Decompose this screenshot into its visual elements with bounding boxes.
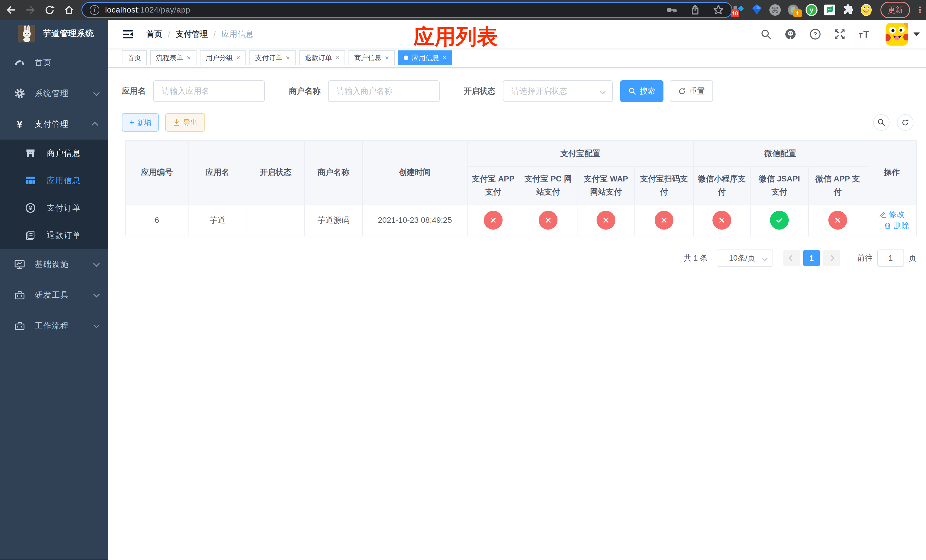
close-icon[interactable]: × xyxy=(236,54,240,61)
page-size-select[interactable]: 10条/页 xyxy=(717,250,773,266)
svg-text:y: y xyxy=(809,6,814,14)
gear-icon xyxy=(13,88,26,99)
github-icon[interactable] xyxy=(784,28,797,41)
tag-user-group[interactable]: 用户分组× xyxy=(200,50,246,65)
edit-button[interactable]: 修改 xyxy=(879,209,905,220)
browser-home-icon[interactable] xyxy=(64,5,75,15)
fail-status-icon xyxy=(713,211,731,230)
site-info-icon[interactable]: i xyxy=(90,5,99,15)
col-alipay-app: 支付宝 APP 支付 xyxy=(467,166,519,204)
col-ops: 操作 xyxy=(867,141,917,204)
status-label: 开启状态 xyxy=(464,86,495,97)
sidebar-item-workflow[interactable]: 工作流程 xyxy=(0,310,108,341)
tags-view: 首页 流程表单× 用户分组× 支付订单× 退款订单× 商户信息× 应用信息× xyxy=(108,48,926,68)
sidebar-item-app-info[interactable]: 应用信息 xyxy=(0,167,108,194)
trash-icon xyxy=(884,222,891,229)
profile-emoji-icon[interactable] xyxy=(860,3,873,17)
browser-back-icon[interactable] xyxy=(6,5,17,15)
cell-status xyxy=(247,204,304,236)
font-size-icon[interactable]: TT xyxy=(858,28,872,40)
cell-wechat-lite xyxy=(693,204,750,236)
address-bar[interactable]: i localhost:1024/pay/app xyxy=(82,2,732,18)
cell-alipay-wap xyxy=(577,204,635,236)
cell-alipay-pc xyxy=(519,204,577,236)
col-wechat-jsapi: 微信 JSAPI 支付 xyxy=(750,166,808,204)
payment-submenu: 商户信息 应用信息 ¥ 支付订单 退款订单 xyxy=(0,139,108,249)
fullscreen-icon[interactable] xyxy=(834,28,846,40)
sidebar-item-pay-orders[interactable]: ¥ 支付订单 xyxy=(0,194,108,222)
extension-command-icon[interactable]: ⌘ xyxy=(769,3,781,17)
close-icon[interactable]: × xyxy=(385,54,389,61)
export-button[interactable]: 导出 xyxy=(165,114,205,132)
tag-refund-orders[interactable]: 退款订单× xyxy=(299,50,345,65)
extension-avatar-icon[interactable]: 1 xyxy=(787,3,800,17)
status-select[interactable]: 请选择开启状态 xyxy=(503,80,613,102)
col-status: 开启状态 xyxy=(247,141,304,204)
tag-pay-orders[interactable]: 支付订单× xyxy=(250,50,295,65)
extensions-puzzle-icon[interactable] xyxy=(842,3,854,17)
current-page[interactable]: 1 xyxy=(803,250,820,266)
app-name-input[interactable] xyxy=(153,80,265,102)
browser-reload-icon[interactable] xyxy=(44,5,55,15)
merchant-name-label: 商户名称 xyxy=(289,86,321,97)
goto-page-input[interactable] xyxy=(877,250,904,266)
sidebar-item-system[interactable]: 系统管理 xyxy=(0,78,108,109)
total-count: 共 1 条 xyxy=(684,253,708,263)
chevron-left-icon xyxy=(789,255,794,261)
chevron-down-icon xyxy=(94,322,100,328)
cell-ops: 修改 删除 xyxy=(867,204,917,236)
close-icon[interactable]: × xyxy=(187,54,191,61)
close-icon[interactable]: × xyxy=(442,54,446,61)
sidebar-item-payment[interactable]: ¥ 支付管理 xyxy=(0,109,108,139)
password-key-icon[interactable] xyxy=(666,4,678,16)
next-page-button[interactable] xyxy=(823,250,840,266)
sidebar-item-refund-orders[interactable]: 退款订单 xyxy=(0,222,108,249)
tag-merchant-info[interactable]: 商户信息× xyxy=(348,50,395,65)
app-logo[interactable]: 芋道管理系统 xyxy=(0,20,108,47)
sidebar-item-merchant-info[interactable]: 商户信息 xyxy=(0,139,108,167)
search-icon[interactable] xyxy=(760,29,772,40)
chrome-update-button[interactable]: 更新 xyxy=(881,2,910,18)
extension-modheader-icon[interactable]: 10 xyxy=(732,3,745,17)
breadcrumb-payment[interactable]: 支付管理 xyxy=(176,29,208,39)
sidebar-item-home[interactable]: 首页 xyxy=(0,47,108,78)
user-avatar[interactable] xyxy=(885,23,908,45)
search-button[interactable]: 搜索 xyxy=(620,80,663,102)
breadcrumb-home[interactable]: 首页 xyxy=(146,29,162,39)
extension-kite-icon[interactable] xyxy=(750,3,763,17)
tag-home[interactable]: 首页 xyxy=(122,50,147,65)
browser-toolbar: i localhost:1024/pay/app 10 ⌘ 1 xyxy=(0,0,926,20)
chevron-down-icon xyxy=(94,260,100,267)
browser-menu-icon[interactable]: ⋮ xyxy=(916,8,923,13)
prev-page-button[interactable] xyxy=(783,250,800,266)
cell-alipay-app xyxy=(467,204,519,236)
tag-process-form[interactable]: 流程表单× xyxy=(150,50,197,65)
merchant-name-input[interactable] xyxy=(328,80,440,102)
cell-alipay-scan xyxy=(635,204,693,236)
reset-button[interactable]: 重置 xyxy=(670,80,713,102)
cell-created: 2021-10-23 08:49:25 xyxy=(363,204,467,236)
pass-status-icon xyxy=(770,211,789,230)
browser-forward-icon[interactable] xyxy=(25,5,36,15)
fail-status-icon xyxy=(828,211,847,230)
add-button[interactable]: + 新增 xyxy=(122,114,159,132)
share-icon[interactable] xyxy=(689,4,701,16)
chevron-down-icon xyxy=(94,89,100,96)
close-icon[interactable]: × xyxy=(286,54,290,61)
refresh-icon xyxy=(901,118,909,127)
tag-app-info[interactable]: 应用信息× xyxy=(398,50,452,65)
toggle-search-button[interactable] xyxy=(873,114,890,131)
sidebar: 芋道管理系统 首页 系统管理 ¥ 支付管理 商户信息 xyxy=(0,20,108,560)
extension-chat-icon[interactable] xyxy=(823,3,836,17)
extension-y-icon[interactable]: y xyxy=(805,3,818,17)
avatar-caret-icon[interactable] xyxy=(914,32,920,36)
refresh-button[interactable] xyxy=(897,114,914,131)
url-text: localhost:1024/pay/app xyxy=(105,5,190,15)
close-icon[interactable]: × xyxy=(336,54,339,61)
sidebar-item-dev-tools[interactable]: 研发工具 xyxy=(0,280,108,310)
sidebar-item-infrastructure[interactable]: 基础设施 xyxy=(0,249,108,280)
help-icon[interactable]: ? xyxy=(809,28,821,40)
delete-button[interactable]: 删除 xyxy=(884,220,909,231)
sidebar-collapse-icon[interactable] xyxy=(122,28,134,40)
bookmark-star-icon[interactable] xyxy=(713,4,724,16)
